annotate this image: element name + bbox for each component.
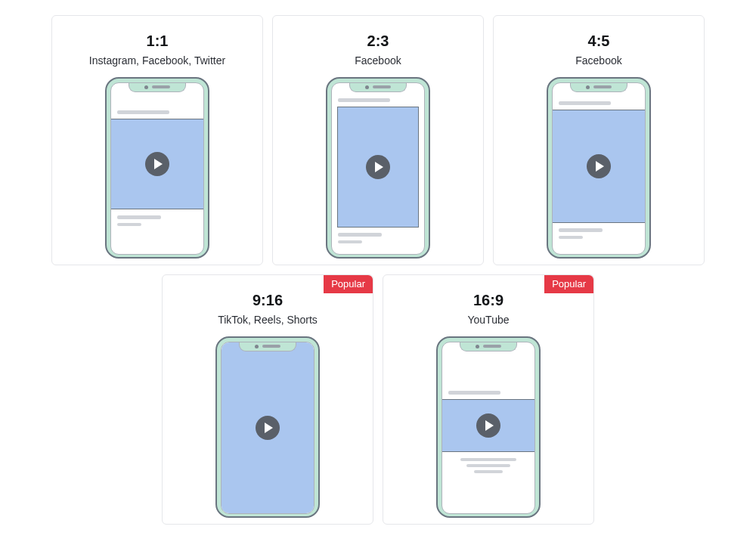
aspect-ratio-grid: 1:1 Instagram, Facebook, Twitter: [51, 15, 705, 525]
popular-badge: Popular: [544, 275, 593, 293]
aspect-card-2-3[interactable]: 2:3 Facebook: [272, 15, 484, 265]
play-icon: [366, 155, 390, 179]
play-icon: [145, 152, 169, 176]
platforms-label: Facebook: [575, 54, 621, 67]
aspect-card-4-5[interactable]: 4:5 Facebook: [493, 15, 705, 265]
platforms-label: YouTube: [467, 314, 509, 326]
ratio-title: 2:3: [367, 33, 389, 50]
ratio-title: 16:9: [473, 292, 503, 309]
aspect-card-9-16[interactable]: Popular 9:16 TikTok, Reels, Shorts: [162, 274, 373, 525]
phone-notch: [349, 82, 407, 92]
ratio-title: 4:5: [588, 33, 610, 50]
aspect-card-16-9[interactable]: Popular 16:9 YouTube: [383, 274, 594, 525]
play-icon: [476, 413, 500, 438]
phone-notch: [129, 82, 186, 92]
phone-notch: [239, 342, 296, 351]
aspect-card-1-1[interactable]: 1:1 Instagram, Facebook, Twitter: [51, 15, 263, 265]
platforms-label: Facebook: [355, 54, 401, 67]
phone-notch: [460, 342, 517, 351]
play-icon: [256, 416, 280, 440]
phone-mockup: [547, 77, 651, 259]
phone-notch: [570, 82, 627, 92]
phone-mockup: [105, 77, 209, 259]
play-icon: [587, 154, 611, 178]
platforms-label: TikTok, Reels, Shorts: [218, 314, 318, 326]
ratio-title: 1:1: [147, 33, 169, 50]
phone-mockup: [215, 336, 320, 518]
platforms-label: Instagram, Facebook, Twitter: [89, 54, 225, 67]
phone-mockup: [436, 336, 541, 518]
phone-mockup: [326, 77, 430, 259]
popular-badge: Popular: [324, 275, 373, 293]
ratio-title: 9:16: [253, 292, 283, 309]
